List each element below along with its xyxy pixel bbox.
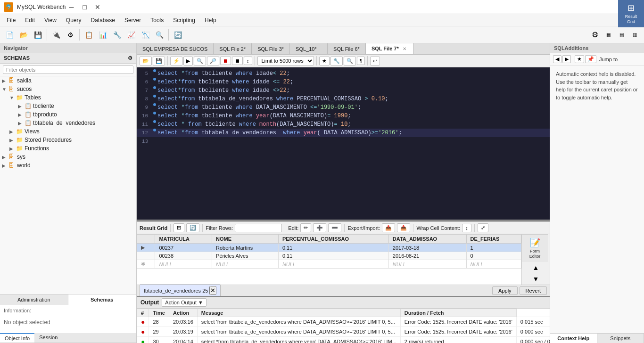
col-header-matricula[interactable]: MATRICULA [155,235,212,244]
table-row[interactable]: ▶ 00237 Roberta Martins 0.11 2017-03-18 … [137,244,521,252]
menu-tools[interactable]: Tools [146,15,168,25]
tree-item-views[interactable]: ▶ 📁 Views [0,127,136,136]
toolbar-btn-7[interactable]: 📉 [139,28,152,41]
action-output-button[interactable]: Action Output ▼ [162,298,206,307]
tree-item-sakila[interactable]: ▶ 🗄 sakila [0,76,136,85]
nav-pin-button[interactable]: 📌 [585,55,596,63]
form-editor-toggle-btn[interactable]: 📝 FormEditor [522,234,548,262]
sql-tab-5[interactable]: SQL File 7* ✕ [366,43,413,54]
sql-tab-3[interactable]: SQL_10* [290,43,328,54]
table-row[interactable]: 00238 Péricles Alves 0.11 2016-08-21 0 [137,252,521,260]
menu-view[interactable]: View [40,15,61,25]
result-sidebar-down-btn[interactable]: ▼ [522,273,550,285]
nav-forward-button[interactable]: ▶ [562,55,571,63]
search-btn[interactable]: 🔎 [207,57,219,65]
result-grid-btn-toggle[interactable]: ⊞ [173,223,184,232]
revert-button[interactable]: Revert [520,286,547,295]
new-connection-button[interactable]: 🔌 [50,28,63,41]
tree-item-tbproduto[interactable]: ▶ 📋 tbproduto [0,110,136,119]
open-file-sql-btn[interactable]: 📂 [140,57,152,65]
bottom-tab-tbtabela[interactable]: tbtabela_de_vendedores 25 ✕ [140,284,221,297]
tree-item-tables[interactable]: ▼ 📁 Tables [0,93,136,102]
layout-btn-2[interactable]: ▤ [615,28,628,41]
tab-object-info[interactable]: Object Info [0,333,34,343]
tab-snippets[interactable]: Snippets [597,334,644,343]
tree-item-tbtabela-de-vendedores[interactable]: ▶ 📋 tbtabela_de_vendedores [0,119,136,127]
save-file-sql-btn[interactable]: 💾 [153,57,165,65]
nav-back-button[interactable]: ◀ [553,55,561,63]
wrap-cell-btn[interactable]: ↕ [462,224,471,232]
toolbar-btn-6[interactable]: 📈 [124,28,138,41]
bottom-tab-close[interactable]: ✕ [209,286,216,295]
settings-gear-button[interactable]: ⚙ [588,28,602,41]
tab-context-help[interactable]: Context Help [550,334,597,343]
apply-button[interactable]: Apply [492,286,518,295]
open-file-button[interactable]: 📂 [17,28,30,41]
table-row-empty[interactable]: ✱ NULL NULL NULL NULL NULL [137,260,521,269]
result-refresh-btn[interactable]: 🔄 [186,223,199,232]
tree-item-sucos[interactable]: ▼ 🗄 sucos [0,85,136,93]
word-wrap-btn[interactable]: ↩ [370,57,380,65]
tree-item-world[interactable]: ▶ 🗄 world [0,161,136,170]
import-btn[interactable]: 📥 [397,223,410,232]
delete-row-btn[interactable]: ➖ [328,223,341,232]
tab-administration[interactable]: Administration [0,294,68,305]
execute-btn[interactable]: ⚡ [170,57,182,65]
layout-btn-3[interactable]: ▥ [628,28,641,41]
tree-item-sys[interactable]: ▶ 🗄 sys [0,153,136,161]
toolbar-btn-5[interactable]: 🔧 [110,28,124,41]
export-btn[interactable]: 📤 [382,223,395,232]
sql-code-editor[interactable]: 5 select *from tbcliente where idade< 22… [137,67,550,221]
sql-tab-close-5[interactable]: ✕ [402,46,407,51]
explain-btn[interactable]: 🔍 [194,57,206,65]
schemas-config-icon[interactable]: ⚙ [128,55,132,61]
col-header-nome[interactable]: NOME [212,235,279,244]
tree-item-tbcliente[interactable]: ▶ 📋 tbcliente [0,102,136,110]
add-row-btn[interactable]: ➕ [313,223,326,232]
execute-selected-btn[interactable]: ▶ [183,57,193,65]
edit-btn[interactable]: ✏ [300,223,311,232]
format-btn[interactable]: 🔧 [330,57,343,65]
result-sidebar-up-btn[interactable]: ▲ [522,262,550,273]
minimize-button[interactable]: ─ [66,2,77,12]
invisible-chars-btn[interactable]: ¶ [357,57,365,65]
menu-server[interactable]: Server [120,15,146,25]
filter-input[interactable] [3,65,133,74]
toolbar-btn-8[interactable]: 🔍 [153,28,166,41]
col-header-data-admissao[interactable]: DATA_ADMISSAO [388,235,466,244]
nav-bookmark-button[interactable]: ★ [575,55,584,63]
tab-session[interactable]: Session [34,333,62,343]
close-button[interactable]: ✕ [92,2,103,12]
limit-select[interactable]: Limit to 5000 rows Don't Limit Limit to … [257,56,314,65]
stop-btn[interactable]: ⏹ [220,57,231,65]
col-header-percentual[interactable]: PERCENTUAL_COMISSAO [278,235,388,244]
menu-help[interactable]: Help [200,15,221,25]
menu-edit[interactable]: Edit [20,15,40,25]
toolbar-btn-4[interactable]: 📊 [96,28,109,41]
tree-item-functions[interactable]: ▶ 📁 Functions [0,144,136,153]
tab-schemas[interactable]: Schemas [68,294,137,305]
log-row-30[interactable]: ● 30 20:04:14 select *from tbtabela_de_v… [137,337,550,343]
result-table-container[interactable]: MATRICULA NOME PERCENTUAL_COMISSAO DATA_… [137,234,521,285]
new-file-button[interactable]: 📄 [3,28,16,41]
menu-query[interactable]: Query [61,15,86,25]
refresh-button[interactable]: 🔄 [171,28,184,41]
sql-tab-0[interactable]: SQL EMPRESA DE SUCOS [137,43,214,54]
save-button[interactable]: 💾 [31,28,44,41]
find-replace-btn[interactable]: 🔍 [344,57,356,65]
layout-btn-1[interactable]: ▦ [602,28,615,41]
sql-tab-4[interactable]: SQL File 6* [328,43,366,54]
filter-rows-input[interactable] [235,224,282,232]
sql-tab-1[interactable]: SQL File 2* [214,43,252,54]
maximize-button[interactable]: □ [79,2,90,12]
menu-file[interactable]: File [2,15,20,25]
menu-database[interactable]: Database [86,15,120,25]
bookmark-btn[interactable]: ★ [319,57,330,65]
col-header-de-ferias[interactable]: DE_FERIAS [466,235,521,244]
tree-item-stored-procedures[interactable]: ▶ 📁 Stored Procedures [0,136,136,144]
toggle-results-btn[interactable]: ↕ [244,57,252,65]
log-row-28[interactable]: ● 28 20:03:16 select 'from tbtabela_de_v… [137,317,550,327]
fullscreen-result-btn[interactable]: ⤢ [478,223,488,232]
stop-all-btn[interactable]: ⏹ [232,57,243,65]
log-row-29[interactable]: ● 29 20:03:19 select 'from tbtabela_de_v… [137,327,550,337]
